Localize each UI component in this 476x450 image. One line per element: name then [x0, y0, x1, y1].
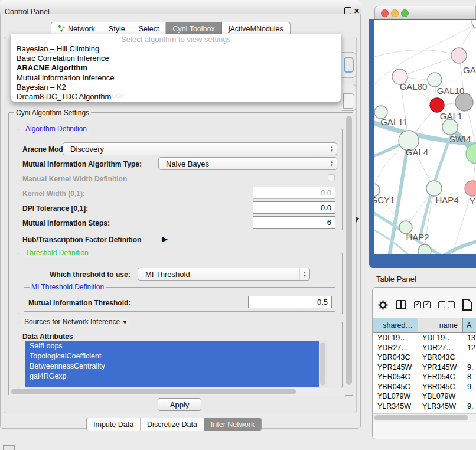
network-node-label: GAL10 [437, 86, 465, 96]
settings-vscrollbar[interactable] [345, 115, 353, 387]
table-hscrollbar-thumb[interactable] [374, 415, 468, 420]
network-node-label: GAL11 [380, 117, 407, 127]
table-panel-toolbar: ✓✓ [378, 297, 476, 312]
data-attribute-item[interactable]: SelfLoops [25, 341, 327, 351]
node-salmon[interactable] [465, 181, 476, 196]
apply-button-label: Apply [170, 400, 190, 409]
tab-network[interactable]: Network [51, 22, 102, 35]
table-hscrollbar[interactable] [373, 413, 476, 422]
node-gray[interactable] [455, 93, 473, 111]
network-edge[interactable] [374, 50, 459, 57]
settings-hscrollbar-thumb[interactable] [11, 389, 296, 394]
collapse-down-arrow-icon[interactable]: ▼ [122, 319, 128, 325]
node-unlabeled-top[interactable] [472, 20, 476, 28]
table-header-clipped[interactable]: A [463, 318, 476, 332]
dpi-tolerance-label: DPI Tolerance [0,1]: [22, 204, 88, 213]
table-row[interactable]: YPR145WYPR145W9. [373, 363, 476, 373]
deselect-all-checkboxes-icon[interactable] [438, 301, 455, 308]
node-swi4[interactable] [442, 119, 458, 135]
algorithm-option[interactable]: Bayesian – Hill Climbing [11, 44, 341, 54]
network-canvas[interactable]: GALGAL80GAL10GAL1GAL11SWI4GAL4GCY1HAP4YH… [374, 20, 476, 254]
node-gal10[interactable] [428, 73, 442, 87]
table-cell: YBL079W [418, 392, 463, 400]
algorithm-option[interactable]: ARACNE Algorithm [11, 63, 341, 73]
clipped-corner-button[interactable] [3, 445, 15, 450]
table-row[interactable]: YBR045CYBR045C9. [373, 382, 476, 392]
table-row[interactable]: YDR27…YDR27…12 [373, 343, 476, 353]
network-window-titlebar[interactable] [374, 6, 476, 20]
settings-vscrollbar-thumb[interactable] [346, 116, 352, 385]
tab-impute-data[interactable]: Impute Data [87, 418, 141, 431]
manual-kernel-label: Manual Kernel Width Definition [22, 175, 127, 183]
stepper-arrows-icon: ▲▼ [327, 158, 337, 169]
data-attributes-list[interactable]: SelfLoopsTopologicalCoefficientBetweenne… [25, 341, 327, 387]
select-all-checkboxes-icon[interactable]: ✓✓ [414, 301, 431, 308]
tab-label: Cyni Toolbox [172, 25, 214, 33]
minimize-traffic-light-icon[interactable] [391, 9, 399, 17]
tab-discretize-data[interactable]: Discretize Data [141, 418, 204, 431]
popup-placeholder: Select algorithm to view settings [11, 35, 341, 44]
kernel-width-input[interactable]: 0.0 [253, 187, 335, 199]
mi-type-value: Naive Bayes [159, 159, 327, 168]
node-gal-partial[interactable] [451, 48, 467, 63]
attr-list-scrollbar[interactable] [319, 341, 327, 387]
table-cell: 9. [463, 363, 476, 371]
table-cell: 9. [463, 383, 476, 391]
table-cell: YPR145W [373, 363, 418, 371]
node-bottom-partial[interactable] [418, 244, 431, 254]
table-row[interactable]: YER054CYER054C8. [373, 372, 476, 382]
apply-button[interactable]: Apply [158, 398, 201, 411]
table-row[interactable]: YBR043CYBR043C [373, 353, 476, 363]
stepper-arrows-icon: ▲▼ [327, 143, 337, 155]
algorithm-option[interactable]: Dream8 DC_TDC Algorithm [11, 92, 341, 102]
manual-kernel-checkbox[interactable] [328, 174, 335, 181]
table-cell: 9. [463, 402, 476, 410]
which-threshold-select[interactable]: MI Threshold ▲▼ [138, 268, 310, 281]
table-header-shared-name[interactable]: shared… [373, 318, 418, 332]
data-attribute-item[interactable]: BetweennessCentrality [25, 361, 327, 371]
node-hap4[interactable] [426, 181, 442, 196]
data-attribute-item[interactable]: gal4RGexp [25, 371, 327, 381]
document-icon[interactable] [462, 299, 472, 311]
aracne-mode-select[interactable]: Discovery ▲▼ [63, 142, 337, 155]
dpi-tolerance-input[interactable]: 0.0 [253, 201, 335, 214]
zoom-traffic-light-icon[interactable] [401, 9, 409, 17]
tab-select[interactable]: Select [132, 22, 167, 35]
tab-cyni-toolbox[interactable]: Cyni Toolbox [166, 22, 221, 35]
which-threshold-label: Which threshold to use: [50, 270, 131, 279]
table-row[interactable]: YLR345WYLR345W9. [373, 402, 476, 412]
threshold-definition-title: Threshold Definition [24, 249, 90, 257]
sources-group-title: Sources for Network Inference ▼ [22, 318, 129, 326]
float-panel-icon[interactable] [344, 7, 351, 14]
table-header-name[interactable]: name [418, 318, 463, 332]
close-traffic-light-icon[interactable] [381, 9, 389, 17]
table-row[interactable]: YBL079WYBL079W [373, 392, 476, 402]
algorithm-option[interactable]: Mutual Information Inference [11, 73, 341, 83]
data-attribute-item[interactable]: TopologicalCoefficient [25, 351, 327, 361]
network-edge-thick[interactable] [442, 240, 476, 254]
attr-list-scrollbar-thumb[interactable] [320, 343, 325, 385]
close-panel-icon[interactable]: ✕ [354, 7, 360, 15]
node-gal1[interactable] [430, 98, 444, 112]
tab-infer-network[interactable]: Infer Network [204, 418, 261, 431]
mi-threshold-input[interactable]: 0.5 [248, 296, 332, 308]
table-cell: YLR345W [418, 402, 463, 410]
tab-jactivemnodules[interactable]: jActiveMNodules [222, 22, 290, 35]
mi-steps-label: Mutual Information Steps: [22, 219, 110, 227]
split-columns-icon[interactable] [396, 300, 406, 309]
gear-icon[interactable] [378, 300, 388, 310]
algorithm-option[interactable]: Basic Correlation Inference [11, 54, 341, 63]
network-graph: GALGAL80GAL10GAL1GAL11SWI4GAL4GCY1HAP4YH… [374, 20, 476, 254]
control-panel-titlebar[interactable] [0, 0, 361, 14]
tab-label: Select [139, 25, 159, 33]
algorithm-option[interactable]: Bayesian – K2 [11, 83, 341, 92]
network-node-label: HAP2 [406, 232, 429, 242]
tab-style[interactable]: Style [102, 22, 132, 35]
node-attribute-table[interactable]: shared…nameAYDL19…YDL19…13YDR27…YDR27…12… [373, 318, 476, 413]
which-threshold-value: MI Threshold [138, 270, 299, 279]
table-row[interactable]: YDL19…YDL19…13 [373, 333, 476, 343]
mi-steps-input[interactable]: 6 [253, 216, 335, 229]
settings-hscrollbar[interactable] [9, 388, 345, 396]
expand-right-arrow-icon[interactable]: ▶ [162, 234, 168, 243]
mi-type-select[interactable]: Naive Bayes ▲▼ [158, 157, 337, 170]
